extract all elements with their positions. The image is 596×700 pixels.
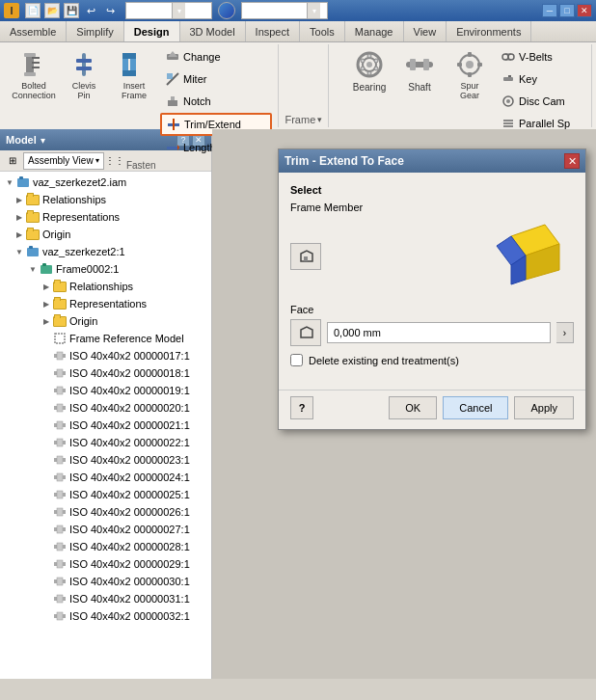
dialog-close-btn[interactable]: ✕ — [564, 153, 580, 169]
tree-item-part-10[interactable]: ISO 40x40x2 00000027:1 — [0, 521, 211, 538]
key-icon — [501, 71, 516, 87]
svg-rect-98 — [63, 562, 66, 566]
tree-item-part-7[interactable]: ISO 40x40x2 00000024:1 — [0, 469, 211, 486]
svg-rect-53 — [17, 178, 29, 187]
select-label: Select — [290, 184, 574, 196]
svg-rect-12 — [122, 70, 136, 76]
material-dropdown[interactable]: Material ▾ — [125, 2, 212, 19]
expand-subasm[interactable]: ▼ — [14, 246, 25, 257]
shaft-btn[interactable]: Shaft — [395, 46, 444, 95]
ok-btn[interactable]: OK — [389, 396, 437, 419]
dialog-help-btn[interactable]: ? — [290, 396, 313, 419]
tree-item-part-15[interactable]: ISO 40x40x2 00000032:1 — [0, 607, 211, 625]
close-btn[interactable]: ✕ — [577, 4, 592, 17]
bolted-connection-label: BoltedConnection — [12, 82, 56, 101]
appearance-dropdown-arrow[interactable]: ▾ — [307, 3, 320, 18]
tree-item-part-3[interactable]: ISO 40x40x2 00000020:1 — [0, 399, 211, 417]
tree-label-root: vaz_szerkezet2.iam — [33, 176, 126, 188]
bearing-btn[interactable]: Bearing — [345, 46, 393, 95]
apply-btn[interactable]: Apply — [514, 396, 574, 419]
tab-assemble[interactable]: Assemble — [0, 21, 67, 41]
frame-member-select-btn[interactable] — [290, 243, 321, 270]
material-dropdown-arrow[interactable]: ▾ — [172, 3, 185, 18]
save-btn[interactable]: 💾 — [64, 3, 79, 18]
tree-area[interactable]: ▼ vaz_szerkezet2.iam ▶ Relationships ▶ R… — [0, 172, 211, 679]
dialog-footer: ? OK Cancel Apply — [279, 390, 585, 429]
tree-item-subasm[interactable]: ▼ vaz_szerkezet2:1 — [0, 243, 211, 260]
minimize-btn[interactable]: ─ — [542, 4, 557, 17]
insert-frame-btn[interactable]: InsertFrame — [110, 46, 158, 104]
new-btn[interactable]: 📄 — [25, 3, 41, 18]
vbelts-btn[interactable]: V-Belts — [496, 46, 575, 67]
tree-item-part-2[interactable]: ISO 40x40x2 00000019:1 — [0, 382, 211, 399]
tab-environments[interactable]: Environments — [447, 21, 531, 41]
tree-item-part-14[interactable]: ISO 40x40x2 00000031:1 — [0, 590, 211, 607]
miter-btn[interactable]: Miter — [160, 68, 272, 90]
change-btn[interactable]: Change — [160, 46, 272, 67]
clevis-pin-btn[interactable]: ClevisPin — [60, 46, 108, 104]
clevis-pin-icon — [68, 49, 99, 80]
insert-frame-icon — [119, 49, 149, 80]
tree-item-part-11[interactable]: ISO 40x40x2 00000028:1 — [0, 538, 211, 555]
tree-item-rep2[interactable]: ▶ Representations — [0, 295, 211, 312]
tree-item-part-13[interactable]: ISO 40x40x2 00000030:1 — [0, 573, 211, 590]
tab-view[interactable]: View — [404, 21, 447, 41]
value-input[interactable]: 0,000 mm — [327, 322, 551, 343]
tree-item-part-9[interactable]: ISO 40x40x2 00000026:1 — [0, 503, 211, 521]
tab-design[interactable]: Design — [124, 21, 180, 41]
tree-item-part-5[interactable]: ISO 40x40x2 00000022:1 — [0, 434, 211, 451]
tree-item-part-6[interactable]: ISO 40x40x2 00000023:1 — [0, 451, 211, 469]
tab-manage[interactable]: Manage — [345, 21, 404, 41]
tree-item-rel1[interactable]: ▶ Relationships — [0, 191, 211, 208]
tab-simplify[interactable]: Simplify — [67, 21, 124, 41]
tab-3dmodel[interactable]: 3D Model — [180, 21, 246, 41]
maximize-btn[interactable]: □ — [559, 4, 575, 17]
expand-rel1[interactable]: ▶ — [14, 194, 25, 205]
face-select-btn[interactable] — [290, 319, 321, 346]
title-bar: I 📄 📂 💾 ↩ ↪ Material ▾ Appearance ▾ ─ □ … — [0, 0, 596, 21]
expand-rel2[interactable]: ▶ — [41, 281, 52, 292]
open-btn[interactable]: 📂 — [44, 3, 60, 18]
tab-tools[interactable]: Tools — [300, 21, 345, 41]
svg-rect-58 — [42, 263, 46, 266]
svg-rect-1 — [24, 53, 36, 57]
cancel-btn[interactable]: Cancel — [443, 396, 508, 419]
expand-root[interactable]: ▼ — [4, 176, 15, 188]
svg-rect-70 — [57, 404, 63, 412]
tree-item-part-1[interactable]: ISO 40x40x2 00000018:1 — [0, 364, 211, 382]
expand-orig1[interactable]: ▶ — [14, 229, 25, 240]
tree-item-part-0[interactable]: ISO 40x40x2 00000017:1 — [0, 347, 211, 364]
undo-btn[interactable]: ↩ — [83, 3, 98, 18]
tree-item-rep1[interactable]: ▶ Representations — [0, 208, 211, 226]
value-arrow-btn[interactable]: › — [556, 322, 574, 343]
tree-item-orig1[interactable]: ▶ Origin — [0, 226, 211, 243]
appearance-dropdown[interactable]: Appearance ▾ — [241, 2, 328, 19]
expand-orig2[interactable]: ▶ — [41, 315, 52, 327]
delete-checkbox[interactable] — [290, 354, 303, 366]
tree-item-root[interactable]: ▼ vaz_szerkezet2.iam — [0, 174, 211, 191]
svg-rect-73 — [57, 421, 63, 429]
tree-item-part-8[interactable]: ISO 40x40x2 00000025:1 — [0, 486, 211, 503]
face-label: Face — [290, 304, 574, 315]
expand-rep2[interactable]: ▶ — [41, 298, 52, 310]
ribbon: BoltedConnection ClevisPin — [0, 42, 596, 129]
tree-item-part-4[interactable]: ISO 40x40x2 00000021:1 — [0, 417, 211, 434]
tab-inspect[interactable]: Inspect — [246, 21, 300, 41]
notch-btn[interactable]: Notch — [160, 91, 272, 112]
bolted-connection-btn[interactable]: BoltedConnection — [10, 46, 58, 104]
spur-gear-btn[interactable]: SpurGear — [446, 46, 494, 104]
disc-cam-btn[interactable]: Disc Cam — [496, 91, 575, 112]
expand-rep1[interactable]: ▶ — [14, 211, 25, 223]
part-icon-0 — [52, 348, 68, 363]
svg-point-29 — [367, 71, 371, 75]
tree-item-part-12[interactable]: ISO 40x40x2 00000029:1 — [0, 555, 211, 573]
tree-item-orig2[interactable]: ▶ Origin — [0, 312, 211, 330]
expand-frame[interactable]: ▼ — [27, 263, 39, 275]
tree-item-refmodel[interactable]: Frame Reference Model — [0, 330, 211, 347]
tree-item-frame[interactable]: ▼ Frame0002:1 — [0, 260, 211, 278]
key-btn[interactable]: Key — [496, 68, 575, 90]
svg-rect-65 — [63, 371, 66, 375]
tree-item-rel2[interactable]: ▶ Relationships — [0, 278, 211, 295]
redo-btn[interactable]: ↪ — [102, 3, 118, 18]
svg-rect-38 — [468, 72, 472, 77]
